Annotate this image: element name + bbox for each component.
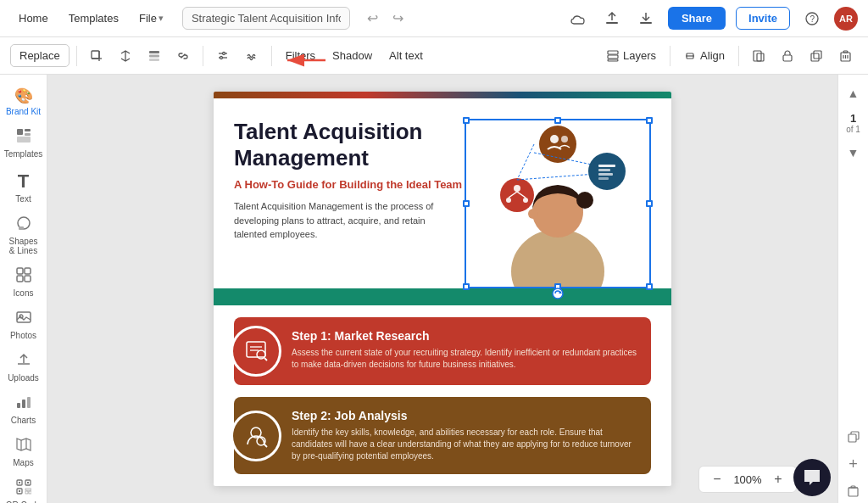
undo-button[interactable]: ↩: [360, 7, 384, 31]
sidebar-item-brandkit[interactable]: 🎨 Brand Kit: [3, 81, 45, 121]
svg-rect-53: [27, 482, 29, 483]
svg-rect-9: [149, 59, 159, 61]
hero-text: Talent Acquisition Management A How-To G…: [234, 119, 465, 288]
align-button[interactable]: Align: [677, 46, 732, 65]
cloud-icon[interactable]: [566, 7, 590, 31]
zoom-out-button[interactable]: −: [708, 470, 726, 489]
nav-templates[interactable]: Templates: [60, 8, 127, 28]
zoom-bar: − 100% +: [698, 466, 797, 493]
adjust-icon[interactable]: [210, 43, 236, 69]
sidebar-item-icons[interactable]: Icons: [3, 262, 45, 303]
hero-illustration: [465, 119, 651, 288]
sidebar-item-templates[interactable]: Templates: [3, 123, 45, 164]
zoom-in-button[interactable]: +: [769, 470, 787, 489]
svg-point-69: [523, 198, 528, 203]
top-navigation: Home Templates File ▾ ↩ ↪ Share Invite ?…: [0, 0, 868, 37]
canvas-teal-bar: [214, 288, 671, 305]
layers-label: Layers: [623, 49, 656, 62]
waves-icon[interactable]: [239, 43, 264, 69]
svg-line-72: [517, 144, 534, 180]
svg-rect-4: [92, 51, 99, 59]
svg-rect-25: [811, 53, 819, 61]
sidebar-item-photos[interactable]: Photos: [3, 305, 45, 345]
step2-icon: [231, 411, 281, 461]
svg-text:?: ?: [810, 14, 815, 24]
canvas-area[interactable]: Talent Acquisition Management A How-To G…: [47, 75, 837, 503]
hero-description: Talent Acquisition Management is the pro…: [234, 199, 437, 242]
svg-rect-94: [851, 486, 855, 488]
panel-add-icon[interactable]: +: [842, 452, 865, 476]
svg-point-65: [561, 136, 568, 143]
hero-image[interactable]: [465, 119, 651, 288]
download-icon[interactable]: [634, 7, 658, 31]
lock-icon[interactable]: [775, 43, 800, 69]
maps-icon: [16, 437, 31, 456]
rotate-handle[interactable]: [551, 287, 565, 300]
copy-icon[interactable]: [804, 43, 829, 69]
panel-delete-icon[interactable]: [842, 479, 865, 503]
sidebar-item-text[interactable]: T Text: [3, 165, 45, 209]
svg-rect-40: [25, 276, 31, 282]
avatar[interactable]: AR: [834, 7, 858, 31]
share-button[interactable]: Share: [668, 7, 726, 30]
svg-point-13: [220, 56, 222, 59]
link-icon[interactable]: [170, 43, 196, 69]
svg-rect-57: [29, 491, 31, 494]
step1-card-wrapper: Step 1: Market Research Assess the curre…: [234, 317, 651, 385]
filter-stack-icon[interactable]: [142, 43, 167, 69]
invite-button[interactable]: Invite: [736, 7, 790, 30]
delete-icon[interactable]: [832, 43, 858, 69]
step2-title: Step 2: Job Analysis: [292, 409, 639, 422]
sidebar-item-maps[interactable]: Maps: [3, 432, 45, 472]
svg-point-64: [550, 135, 559, 143]
svg-point-66: [500, 178, 534, 212]
step1-icon-svg: [244, 339, 268, 363]
page-total: of 1: [846, 125, 860, 134]
toolbar-separator-2: [203, 46, 203, 66]
filters-button[interactable]: Filters: [279, 45, 322, 66]
svg-line-86: [264, 358, 267, 360]
nav-action-icons: Share Invite ? AR: [566, 7, 858, 31]
sidebar-item-charts[interactable]: Charts: [3, 389, 45, 430]
alt-text-button[interactable]: Alt text: [382, 45, 430, 66]
replace-button[interactable]: Replace: [10, 44, 70, 67]
svg-rect-23: [783, 55, 792, 61]
undo-redo-group: ↩ ↪: [360, 7, 409, 31]
hero-subtitle: A How-To Guide for Building the Ideal Te…: [234, 178, 465, 191]
svg-rect-79: [598, 177, 609, 180]
left-sidebar: 🎨 Brand Kit Templates T Text Shapes & Li…: [0, 75, 47, 503]
panel-chevron-down[interactable]: ▼: [842, 141, 865, 165]
chat-button[interactable]: [793, 459, 831, 496]
svg-point-63: [539, 126, 576, 163]
nav-file[interactable]: File ▾: [131, 8, 172, 28]
svg-rect-92: [849, 488, 858, 496]
chat-icon: [803, 468, 821, 487]
svg-rect-17: [608, 55, 618, 59]
shadow-button[interactable]: Shadow: [326, 45, 379, 66]
right-panel: ▲ 1 of 1 ▼ +: [837, 75, 868, 503]
layers-button[interactable]: Layers: [600, 46, 663, 65]
nav-home[interactable]: Home: [10, 8, 57, 28]
resize-icon[interactable]: [746, 43, 771, 69]
page-indicator: 1 of 1: [846, 112, 860, 134]
svg-rect-44: [22, 400, 25, 408]
svg-rect-22: [757, 53, 764, 61]
upload-icon[interactable]: [600, 7, 624, 31]
panel-copy-icon[interactable]: [842, 425, 865, 449]
photos-icon: [16, 310, 31, 329]
redo-button[interactable]: ↪: [386, 7, 409, 31]
svg-line-89: [264, 444, 267, 447]
flip-icon[interactable]: [113, 43, 138, 69]
help-icon[interactable]: ?: [800, 7, 824, 31]
document-title-input[interactable]: [182, 7, 351, 30]
step2-icon-svg: [244, 424, 268, 448]
text-icon: T: [18, 170, 29, 193]
uploads-icon: [16, 352, 31, 372]
svg-point-67: [514, 185, 520, 192]
panel-chevron-up[interactable]: ▲: [842, 81, 865, 105]
shapes-icon: [16, 215, 31, 235]
sidebar-item-shapes[interactable]: Shapes & Lines: [3, 210, 45, 260]
sidebar-item-qrcode[interactable]: QR Code: [3, 474, 45, 503]
crop-icon[interactable]: [84, 43, 109, 69]
sidebar-item-uploads[interactable]: Uploads: [3, 347, 45, 388]
